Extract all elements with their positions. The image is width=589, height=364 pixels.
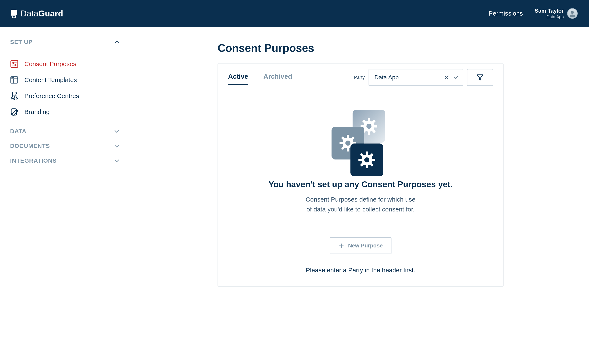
purposes-panel: Active Archived Party Data App: [218, 63, 504, 287]
svg-point-9: [12, 78, 13, 78]
tabs: Active Archived: [228, 71, 292, 84]
sidebar-group-label: DATA: [10, 128, 26, 135]
panel-toolbar-right: Party Data App: [354, 69, 493, 86]
sidebar: SET UP Consent Purposes: [0, 27, 131, 364]
page-title: Consent Purposes: [218, 42, 589, 54]
empty-description: Consent Purposes define for which use of…: [281, 195, 440, 214]
chevron-up-icon: [114, 39, 120, 45]
header-right: Permissions Sam Taylor Data App: [488, 7, 578, 19]
brand-logo-block: DataGuard: [10, 9, 63, 18]
sidebar-item-label: Content Templates: [24, 76, 77, 84]
brand-logo-icon: [10, 9, 18, 18]
filter-icon: [476, 73, 484, 81]
edit-icon: [10, 108, 19, 116]
avatar: [567, 8, 578, 19]
empty-description-line: of data you'd like to collect consent fo…: [306, 206, 415, 213]
svg-marker-21: [477, 75, 483, 80]
chevron-down-icon: [114, 158, 120, 164]
sidebar-group-label: SET UP: [10, 39, 32, 46]
empty-state: You haven't set up any Consent Purposes …: [218, 86, 503, 286]
svg-line-14: [12, 96, 13, 98]
user-context: Data App: [535, 14, 564, 19]
clear-icon[interactable]: [444, 75, 449, 80]
empty-description-line: Consent Purposes define for which use: [306, 196, 415, 203]
plus-icon: [338, 243, 344, 249]
tab-archived[interactable]: Archived: [263, 71, 292, 84]
panel-toolbar: Active Archived Party Data App: [218, 64, 503, 86]
new-purpose-button[interactable]: New Purpose: [330, 237, 392, 254]
layout-icon: [10, 76, 19, 84]
party-select-value: Data App: [375, 74, 399, 81]
chevron-down-icon[interactable]: [453, 74, 459, 81]
sliders-icon: [10, 60, 19, 68]
svg-point-3: [13, 62, 14, 63]
sidebar-group-label: INTEGRATIONS: [10, 157, 57, 164]
svg-line-16: [16, 96, 17, 98]
user-name: Sam Taylor: [535, 7, 564, 14]
user-menu[interactable]: Sam Taylor Data App: [535, 7, 578, 19]
sidebar-item-label: Branding: [24, 108, 50, 116]
party-label: Party: [354, 75, 365, 80]
sidebar-item-branding[interactable]: Branding: [10, 104, 120, 120]
svg-point-10: [13, 78, 13, 78]
network-icon: [10, 92, 19, 100]
sidebar-item-content-templates[interactable]: Content Templates: [10, 72, 120, 88]
filter-button[interactable]: [467, 69, 493, 86]
sidebar-group-integrations[interactable]: INTEGRATIONS: [10, 157, 120, 164]
empty-hint: Please enter a Party in the header first…: [226, 266, 495, 274]
main-content: Consent Purposes Active Archived Party D…: [131, 27, 589, 364]
sidebar-group-label: DOCUMENTS: [10, 143, 50, 150]
sidebar-group-data[interactable]: DATA: [10, 128, 120, 135]
new-purpose-label: New Purpose: [348, 242, 383, 249]
svg-rect-1: [11, 60, 18, 67]
sidebar-item-label: Preference Centres: [24, 92, 79, 99]
brand-name: DataGuard: [21, 9, 63, 18]
nav-permissions[interactable]: Permissions: [488, 10, 523, 17]
sidebar-item-preference-centres[interactable]: Preference Centres: [10, 88, 120, 104]
svg-point-0: [571, 11, 574, 14]
empty-illustration: [226, 105, 495, 177]
app-header: DataGuard Permissions Sam Taylor Data Ap…: [0, 0, 589, 27]
svg-point-5: [15, 64, 16, 65]
sidebar-group-documents[interactable]: DOCUMENTS: [10, 143, 120, 150]
chevron-down-icon: [114, 128, 120, 134]
chevron-down-icon: [114, 143, 120, 149]
sidebar-item-label: Consent Purposes: [24, 60, 76, 68]
sidebar-group-setup[interactable]: SET UP: [10, 39, 120, 46]
empty-title: You haven't set up any Consent Purposes …: [226, 180, 495, 189]
tab-active[interactable]: Active: [228, 71, 248, 84]
sidebar-item-consent-purposes[interactable]: Consent Purposes: [10, 56, 120, 72]
brand-name-light: Data: [21, 9, 39, 18]
brand-name-bold: Guard: [39, 9, 63, 18]
party-select[interactable]: Data App: [369, 69, 463, 86]
